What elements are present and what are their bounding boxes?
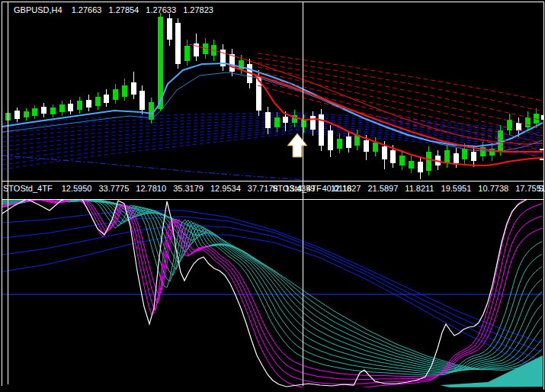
mt4-chart-window: GBPUSD,H4 1.27663 1.27854 1.27633 1.2782… <box>0 0 545 392</box>
indicator-2-value: 10.7738 <box>478 184 508 193</box>
blue-stochastic-lines <box>2 210 543 371</box>
indicator-1-value: 12.9534 <box>210 184 241 193</box>
indicator-2-value: 19.5951 <box>441 184 472 193</box>
indicator-label-2: STOStd_4TF 12.1827 21.5897 11.8211 19.59… <box>272 184 545 194</box>
indicator-3-name-cut: S <box>538 184 543 193</box>
ohlc-open: 1.27663 <box>72 5 102 14</box>
candles <box>5 13 545 179</box>
up-arrow-object[interactable] <box>287 133 307 157</box>
indicator-2-value: 12.1827 <box>331 184 361 193</box>
indicator-2-name: STOStd_4TF <box>272 184 322 193</box>
ohlc-low: 1.27633 <box>146 5 176 14</box>
ohlc-high: 1.27854 <box>108 5 139 14</box>
chart-ohlc-label: GBPUSD,H4 1.27663 1.27854 1.27633 1.2782… <box>14 5 218 15</box>
indicator-1-value: 33.7775 <box>99 184 130 193</box>
indicator-1-value: 12.7810 <box>136 184 166 193</box>
price-pane <box>2 13 545 182</box>
indicator-1-value: 12.5950 <box>62 184 92 193</box>
indicator-label-3-truncated: S <box>538 184 543 194</box>
indicator-2-value: 21.5897 <box>368 184 399 193</box>
chart-canvas[interactable] <box>0 0 545 392</box>
indicator-1-value: 35.3179 <box>173 184 204 193</box>
symbol-timeframe-label: GBPUSD,H4 <box>14 5 63 14</box>
indicator-2-value: 11.8211 <box>405 184 434 193</box>
ohlc-close: 1.27823 <box>183 5 213 14</box>
indicator-1-name: STOStd_4TF <box>3 184 53 193</box>
magenta-stochastic-lines <box>2 191 542 390</box>
stochastic-pane <box>2 191 543 390</box>
